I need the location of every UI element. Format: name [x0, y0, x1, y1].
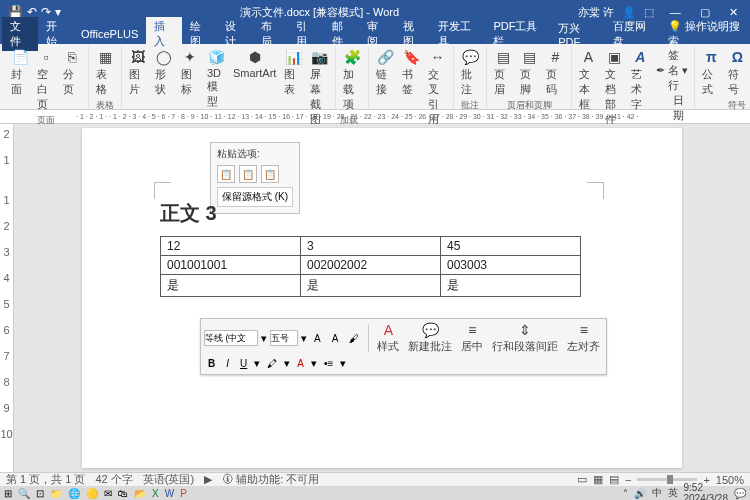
- underline-button[interactable]: U: [236, 356, 251, 371]
- symbol-button[interactable]: Ω符号: [725, 46, 749, 99]
- wordart-button[interactable]: A艺术字: [628, 46, 652, 114]
- page-indicator[interactable]: 第 1 页，共 1 页: [6, 472, 85, 487]
- group-tables: ▦表格 表格: [89, 46, 122, 109]
- addins-button[interactable]: 🧩加载项: [340, 46, 364, 114]
- mail-icon[interactable]: ✉: [104, 488, 112, 499]
- page[interactable]: 粘贴选项: 📋 📋 📋 保留源格式 (K) 正文 3 12345 0010010…: [82, 128, 682, 468]
- italic-button[interactable]: I: [222, 356, 233, 371]
- clock-time[interactable]: 9:522024/3/28: [684, 482, 729, 500]
- folder-icon[interactable]: 📂: [134, 488, 146, 499]
- group-addins: 🧩加载项 加载项: [336, 46, 369, 109]
- page-number-button[interactable]: #页码: [543, 46, 567, 99]
- excel-icon[interactable]: X: [152, 488, 159, 499]
- view-web-button[interactable]: ▤: [609, 473, 619, 486]
- chevron-down-icon[interactable]: ▾: [301, 332, 307, 345]
- link-button[interactable]: 🔗链接: [373, 46, 397, 99]
- vertical-ruler[interactable]: 2112345678910: [0, 124, 14, 474]
- view-print-button[interactable]: ▦: [593, 473, 603, 486]
- quickparts-icon: ▣: [605, 48, 623, 66]
- edge-icon[interactable]: 🌐: [68, 488, 80, 499]
- font-family-select[interactable]: [204, 330, 258, 346]
- table-row[interactable]: 是是是: [161, 275, 581, 297]
- screenshot-icon: 📷: [310, 48, 328, 66]
- comment-icon: 💬: [422, 322, 439, 338]
- chevron-down-icon[interactable]: ▾: [284, 357, 290, 370]
- shrink-font-button[interactable]: A: [328, 331, 343, 346]
- explorer-icon[interactable]: 📁: [50, 488, 62, 499]
- ime-lang1[interactable]: 中: [652, 486, 662, 500]
- search-icon[interactable]: 🔍: [18, 488, 30, 499]
- page-break-icon: ⎘: [63, 48, 81, 66]
- line-spacing-button[interactable]: ⇕行和段落间距: [489, 322, 561, 354]
- icons-button[interactable]: ✦图标: [178, 46, 202, 99]
- smartart-button[interactable]: ⬢SmartArt: [230, 46, 279, 81]
- bullets-button[interactable]: •≡: [320, 356, 337, 371]
- accessibility-indicator[interactable]: 🛈 辅助功能: 不可用: [222, 472, 319, 487]
- notifications-icon[interactable]: 💬: [734, 488, 746, 499]
- word-count[interactable]: 42 个字: [95, 472, 132, 487]
- new-comment-button[interactable]: 💬新建批注: [405, 322, 455, 354]
- minimize-button[interactable]: —: [662, 6, 689, 18]
- chrome-icon[interactable]: 🟡: [86, 488, 98, 499]
- tab-officeplus[interactable]: OfficePLUS: [73, 26, 146, 42]
- network-icon[interactable]: 🔊: [634, 488, 646, 499]
- bookmark-button[interactable]: 🔖书签: [399, 46, 423, 99]
- group-symbols: π公式 Ω符号 #编号 符号: [695, 46, 750, 109]
- language-indicator[interactable]: 英语(英国): [143, 472, 194, 487]
- store-icon[interactable]: 🛍: [118, 488, 128, 499]
- shapes-button[interactable]: ◯形状: [152, 46, 176, 99]
- page-break-button[interactable]: ⎘分页: [60, 46, 84, 99]
- highlight-button[interactable]: 🖍: [263, 356, 281, 371]
- textbox-button[interactable]: A文本框: [576, 46, 600, 114]
- page-number-icon: #: [546, 48, 564, 66]
- format-painter-button[interactable]: 🖌: [345, 331, 363, 346]
- align-left-icon: ≡: [580, 322, 588, 338]
- tray-chevron-icon[interactable]: ˄: [623, 488, 628, 499]
- task-view-icon[interactable]: ⊡: [36, 488, 44, 499]
- table-button[interactable]: ▦表格: [93, 46, 117, 99]
- align-left-button[interactable]: ≡左对齐: [564, 322, 603, 354]
- group-links: 🔗链接 🔖书签 ↔交叉引用 链接: [369, 46, 454, 109]
- group-text: A文本框 ▣文档部件 A艺术字 ✒ 签名行 ▾ 📅 日期和时间 A̲ 首字下沉 …: [572, 46, 695, 109]
- ime-lang2[interactable]: 英: [668, 486, 678, 500]
- font-size-select[interactable]: [270, 330, 298, 346]
- group-label-comments: 批注: [461, 99, 479, 113]
- spacing-icon: ⇕: [519, 322, 531, 338]
- grow-font-button[interactable]: A: [310, 331, 325, 346]
- group-label-tables: 表格: [96, 99, 114, 113]
- bold-button[interactable]: B: [204, 356, 219, 371]
- styles-button[interactable]: A样式: [374, 322, 402, 354]
- close-button[interactable]: ✕: [721, 6, 746, 18]
- tab-wanxing[interactable]: 万兴PDF: [550, 19, 605, 50]
- pictures-button[interactable]: 🖼图片: [126, 46, 150, 99]
- document-table[interactable]: 12345 001001001002002002003003 是是是: [160, 236, 581, 297]
- table-row[interactable]: 12345: [161, 237, 581, 256]
- 3d-models-button[interactable]: 🧊3D 模型: [204, 46, 228, 111]
- picture-icon: 🖼: [129, 48, 147, 66]
- start-button[interactable]: ⊞: [4, 488, 12, 499]
- ribbon-tabs: 文件 开始 OfficePLUS 插入 绘图 设计 布局 引用 邮件 审阅 视图…: [0, 24, 750, 44]
- blank-page-button[interactable]: ▫空白页: [34, 46, 58, 114]
- chevron-down-icon[interactable]: ▾: [261, 332, 267, 345]
- chart-button[interactable]: 📊图表: [281, 46, 305, 99]
- comment-button[interactable]: 💬批注: [458, 46, 482, 99]
- chevron-down-icon[interactable]: ▾: [311, 357, 317, 370]
- macro-indicator[interactable]: ▶: [204, 473, 212, 486]
- footer-button[interactable]: ▤页脚: [517, 46, 541, 99]
- header-button[interactable]: ▤页眉: [491, 46, 515, 99]
- powerpoint-icon[interactable]: P: [180, 488, 187, 499]
- zoom-slider[interactable]: [637, 478, 697, 481]
- ribbon: 📄封面 ▫空白页 ⎘分页 页面 ▦表格 表格 🖼图片 ◯形状 ✦图标 🧊3D 模…: [0, 44, 750, 110]
- signature-line-button[interactable]: ✒ 签名行 ▾: [656, 48, 688, 93]
- view-read-button[interactable]: ▭: [577, 473, 587, 486]
- chevron-down-icon[interactable]: ▾: [254, 357, 260, 370]
- table-row[interactable]: 001001001002002002003003: [161, 256, 581, 275]
- cover-page-button[interactable]: 📄封面: [8, 46, 32, 99]
- word-icon[interactable]: W: [165, 488, 174, 499]
- chevron-down-icon[interactable]: ▾: [340, 357, 346, 370]
- equation-button[interactable]: π公式: [699, 46, 723, 99]
- document-heading[interactable]: 正文 3: [160, 200, 217, 227]
- maximize-button[interactable]: ▢: [692, 6, 718, 18]
- center-button[interactable]: ≡居中: [458, 322, 486, 354]
- font-color-button[interactable]: A: [293, 356, 308, 371]
